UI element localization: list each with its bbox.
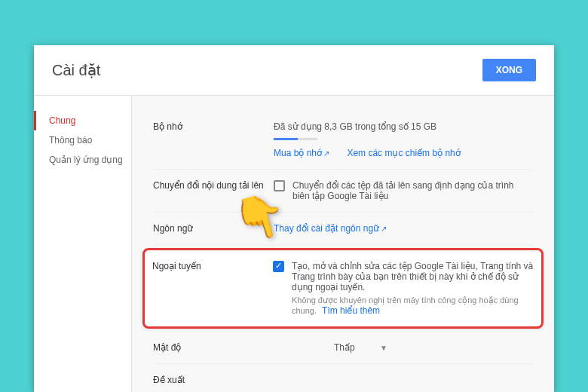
learn-more-link[interactable]: Tìm hiểu thêm	[322, 305, 380, 316]
dialog-title: Cài đặt	[52, 61, 100, 79]
view-storage-link[interactable]: Xem các mục chiếm bộ nhớ	[347, 148, 460, 158]
offline-desc: Tạo, mở và chỉnh sửa các tệp Google Tài …	[292, 261, 534, 292]
settings-dialog: Cài đặt XONG Chung Thông báo Quản lý ứng…	[34, 45, 554, 392]
external-icon: ↗	[323, 149, 329, 158]
settings-sidebar: Chung Thông báo Quản lý ứng dụng	[34, 96, 132, 392]
change-language-link[interactable]: Thay đổi cài đặt ngôn ngữ↗	[274, 223, 387, 234]
offline-checkbox[interactable]	[273, 261, 284, 272]
offline-value: Tạo, mở và chỉnh sửa các tệp Google Tài …	[273, 261, 534, 316]
language-value: Thay đổi cài đặt ngôn ngữ↗	[274, 223, 533, 234]
uploads-row: Chuyển đổi nội dung tải lên Chuyển đổi c…	[153, 170, 533, 213]
convert-uploads-checkbox[interactable]	[274, 180, 285, 191]
settings-content: Bộ nhớ Đã sử dụng 8,3 GB trong tổng số 1…	[132, 96, 554, 392]
suggest-label: Đề xuất	[153, 375, 274, 385]
suggest-row: Đề xuất	[153, 364, 533, 392]
storage-progress	[274, 138, 317, 140]
external-icon: ↗	[381, 225, 387, 233]
sidebar-item-general[interactable]: Chung	[49, 111, 131, 130]
offline-label: Ngoại tuyến	[152, 261, 273, 316]
language-row: Ngôn ngữ Thay đổi cài đặt ngôn ngữ↗	[153, 213, 533, 245]
dialog-body: Chung Thông báo Quản lý ứng dụng Bộ nhớ …	[34, 96, 554, 392]
storage-value: Đã sử dụng 8,3 GB trong tổng số 15 GB Mu…	[274, 121, 533, 158]
density-row: Mật độ Thấp ▼	[153, 332, 533, 364]
uploads-desc: Chuyển đổi các tệp đã tải lên sang định …	[292, 180, 533, 201]
dialog-header: Cài đặt XONG	[34, 45, 554, 96]
uploads-value: Chuyển đổi các tệp đã tải lên sang định …	[274, 180, 533, 201]
density-dropdown[interactable]: Thấp ▼	[274, 342, 387, 353]
density-value: Thấp ▼	[274, 342, 533, 353]
sidebar-item-manage-apps[interactable]: Quản lý ứng dụng	[49, 150, 131, 170]
density-label: Mật độ	[153, 342, 274, 353]
uploads-label: Chuyển đổi nội dung tải lên	[153, 180, 274, 201]
language-label: Ngôn ngữ	[153, 223, 274, 234]
offline-row: Ngoại tuyến Tạo, mở và chỉnh sửa các tệp…	[142, 248, 544, 329]
storage-label: Bộ nhớ	[153, 121, 274, 158]
buy-storage-link[interactable]: Mua bộ nhớ↗	[274, 148, 332, 158]
storage-usage-text: Đã sử dụng 8,3 GB trong tổng số 15 GB	[274, 121, 533, 132]
sidebar-item-notifications[interactable]: Thông báo	[49, 130, 131, 150]
done-button[interactable]: XONG	[482, 59, 536, 81]
storage-progress-fill	[274, 138, 298, 140]
chevron-down-icon: ▼	[380, 344, 387, 352]
storage-row: Bộ nhớ Đã sử dụng 8,3 GB trong tổng số 1…	[153, 111, 533, 170]
